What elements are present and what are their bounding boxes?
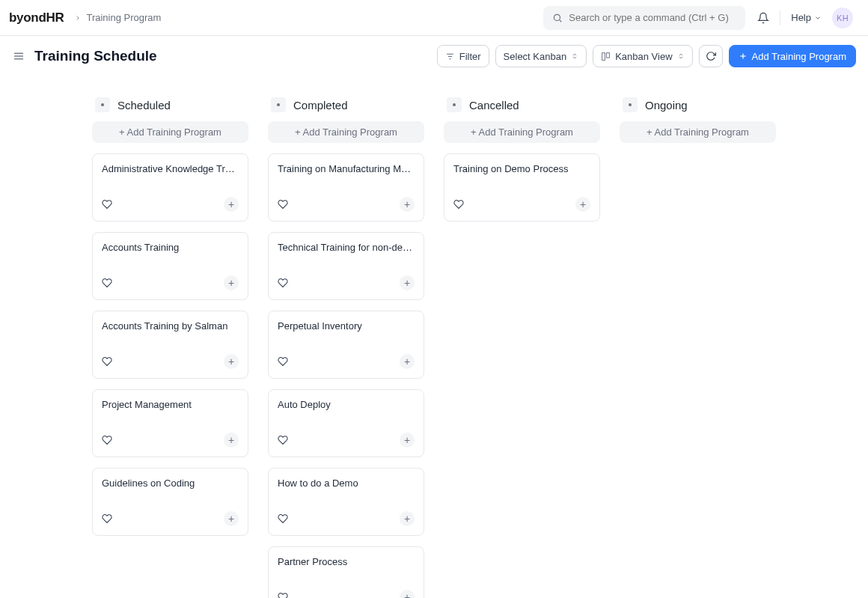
kanban-card[interactable]: Accounts Training by Salman+ — [92, 311, 248, 379]
kanban-card[interactable]: Perpetual Inventory+ — [268, 311, 424, 379]
refresh-button[interactable] — [699, 45, 723, 67]
card-title: Project Management — [102, 399, 239, 410]
kanban-column: Ongoing+ Add Training Program — [620, 88, 776, 598]
kanban-view-label: Kanban View — [615, 51, 672, 62]
kanban-card[interactable]: Partner Process+ — [268, 546, 424, 598]
chevron-down-icon — [814, 14, 822, 22]
column-header: Completed — [268, 88, 424, 121]
svg-rect-9 — [607, 52, 610, 58]
kanban-card[interactable]: Accounts Training+ — [92, 232, 248, 300]
column-status-icon — [447, 97, 462, 112]
card-footer: + — [102, 433, 239, 448]
card-footer: + — [102, 275, 239, 290]
kanban-column: Scheduled+ Add Training ProgramAdministr… — [92, 88, 248, 598]
plus-icon[interactable]: + — [224, 354, 239, 369]
kanban-card[interactable]: Technical Training for non-developers+ — [268, 232, 424, 300]
card-title: Accounts Training — [102, 242, 239, 253]
heart-icon[interactable] — [278, 356, 288, 367]
add-training-program-row[interactable]: + Add Training Program — [620, 121, 776, 143]
avatar[interactable]: KH — [832, 7, 853, 28]
heart-icon[interactable] — [278, 592, 288, 598]
plus-icon[interactable]: + — [400, 354, 415, 369]
kanban-card[interactable]: How to do a Demo+ — [268, 468, 424, 536]
heart-icon[interactable] — [102, 435, 112, 445]
card-footer: + — [278, 511, 415, 526]
kanban-view-button[interactable]: Kanban View — [593, 45, 692, 67]
breadcrumb-item[interactable]: Training Program — [86, 12, 161, 23]
filter-icon — [445, 52, 455, 61]
heart-icon[interactable] — [278, 278, 288, 288]
column-header: Cancelled — [444, 88, 600, 121]
kanban-card[interactable]: Auto Deploy+ — [268, 389, 424, 457]
heart-icon[interactable] — [453, 199, 464, 210]
page-title: Training Schedule — [34, 48, 157, 64]
help-dropdown[interactable]: Help — [791, 12, 822, 23]
select-kanban-button[interactable]: Select Kanban — [495, 45, 587, 67]
add-button-label: Add Training Program — [752, 51, 846, 62]
subheader-actions: Filter Select Kanban Kanban View Add Tra… — [437, 45, 856, 67]
add-training-program-row[interactable]: + Add Training Program — [444, 121, 600, 143]
sort-icon — [677, 52, 685, 61]
help-label: Help — [791, 12, 811, 23]
plus-icon[interactable]: + — [400, 590, 415, 598]
card-title: How to do a Demo — [278, 478, 415, 489]
heart-icon[interactable] — [278, 513, 288, 524]
search-input[interactable] — [569, 12, 736, 23]
heart-icon[interactable] — [278, 199, 288, 210]
kanban-card[interactable]: Training on Demo Process+ — [444, 153, 600, 222]
subheader: Training Schedule Filter Select Kanban K… — [0, 36, 868, 76]
heart-icon[interactable] — [102, 278, 112, 288]
column-title: Completed — [293, 99, 348, 112]
plus-icon[interactable]: + — [400, 433, 415, 448]
kanban-icon — [601, 52, 611, 61]
search-input-wrapper[interactable] — [543, 6, 745, 30]
heart-icon[interactable] — [102, 513, 112, 524]
kanban-card[interactable]: Training on Manufacturing Module+ — [268, 153, 424, 222]
card-title: Guidelines on Coding — [102, 478, 239, 489]
menu-icon[interactable] — [12, 49, 25, 63]
card-footer: + — [102, 354, 239, 369]
kanban-board: Scheduled+ Add Training ProgramAdministr… — [92, 76, 776, 598]
column-status-icon — [95, 97, 110, 112]
column-title: Ongoing — [645, 99, 688, 112]
heart-icon[interactable] — [278, 435, 288, 445]
topbar: byondHR Training Program Help KH — [0, 0, 868, 36]
kanban-column: Completed+ Add Training ProgramTraining … — [268, 88, 424, 598]
breadcrumb: Training Program — [70, 12, 161, 23]
kanban-card[interactable]: Administrative Knowledge Training+ — [92, 153, 248, 222]
add-training-program-row[interactable]: + Add Training Program — [92, 121, 248, 143]
logo-text-a: byond — [9, 10, 46, 25]
card-footer: + — [102, 197, 239, 212]
plus-icon[interactable]: + — [400, 275, 415, 290]
search-icon — [552, 13, 563, 23]
plus-icon[interactable]: + — [400, 197, 415, 212]
plus-icon[interactable]: + — [224, 275, 239, 290]
kanban-card[interactable]: Guidelines on Coding+ — [92, 468, 248, 536]
heart-icon[interactable] — [102, 199, 112, 210]
filter-label: Filter — [459, 51, 481, 62]
plus-icon[interactable]: + — [224, 511, 239, 526]
card-footer: + — [278, 433, 415, 448]
column-header: Scheduled — [92, 88, 248, 121]
svg-rect-8 — [602, 52, 605, 60]
plus-icon[interactable]: + — [400, 511, 415, 526]
plus-icon[interactable]: + — [575, 197, 590, 212]
kanban-card[interactable]: Project Management+ — [92, 389, 248, 457]
app-logo[interactable]: byondHR — [9, 10, 64, 25]
column-header: Ongoing — [620, 88, 776, 121]
card-title: Training on Manufacturing Module — [278, 163, 415, 174]
heart-icon[interactable] — [102, 356, 112, 367]
svg-point-0 — [554, 14, 560, 20]
logo-text-b: HR — [46, 10, 64, 25]
bell-icon[interactable] — [757, 12, 769, 24]
card-footer: + — [102, 511, 239, 526]
card-title: Training on Demo Process — [453, 163, 590, 174]
add-training-program-button[interactable]: Add Training Program — [729, 45, 856, 67]
filter-button[interactable]: Filter — [437, 45, 489, 67]
plus-icon[interactable]: + — [224, 433, 239, 448]
plus-icon[interactable]: + — [224, 197, 239, 212]
card-footer: + — [278, 590, 415, 598]
add-training-program-row[interactable]: + Add Training Program — [268, 121, 424, 143]
card-footer: + — [278, 275, 415, 290]
card-footer: + — [453, 197, 590, 212]
